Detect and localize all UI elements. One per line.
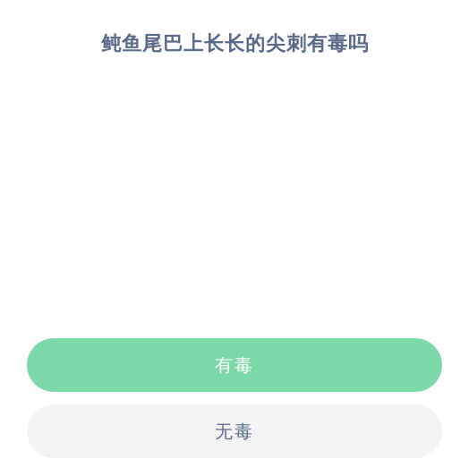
buttons-container: 有毒 无毒	[0, 338, 469, 476]
question-container: 鲀鱼尾巴上长长的尖刺有毒吗	[0, 0, 469, 76]
answer-button-non-toxic[interactable]: 无毒	[27, 404, 442, 458]
answer-button-toxic[interactable]: 有毒	[27, 338, 442, 392]
question-text: 鲀鱼尾巴上长长的尖刺有毒吗	[101, 29, 369, 58]
content-area	[0, 76, 469, 338]
